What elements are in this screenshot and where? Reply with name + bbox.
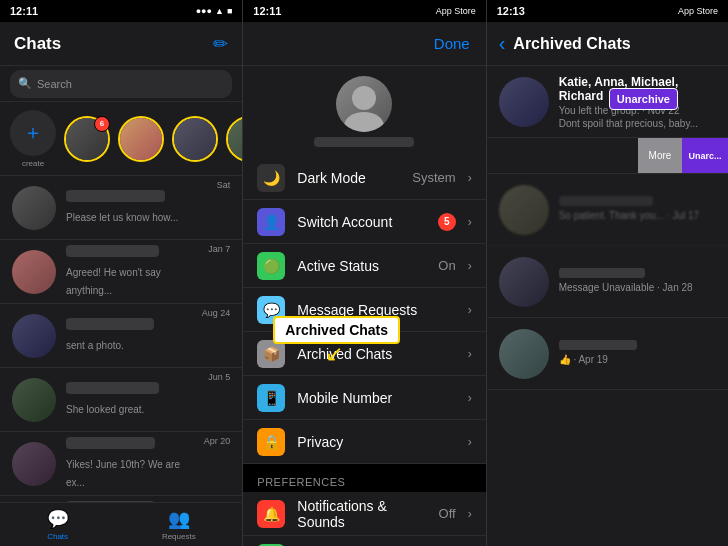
story-create[interactable]: ＋ create bbox=[10, 110, 56, 168]
story-3[interactable] bbox=[172, 116, 218, 162]
archived-sub-4: 👍 · Apr 19 bbox=[559, 354, 716, 365]
time-archived: 12:13 bbox=[497, 5, 525, 17]
edit-icon[interactable]: ✏ bbox=[213, 33, 228, 55]
done-button[interactable]: Done bbox=[434, 35, 470, 52]
switchaccount-label: Switch Account bbox=[297, 214, 425, 230]
search-bar[interactable]: 🔍 Search bbox=[0, 66, 242, 102]
chat-name-5 bbox=[66, 437, 155, 449]
panel-chats: 12:11 ●●● ▲ ■ Chats ✏ 🔍 Search ＋ create … bbox=[0, 0, 242, 546]
archived-info-4: 👍 · Apr 19 bbox=[559, 340, 716, 367]
chat-item-3[interactable]: sent a photo. Aug 24 bbox=[0, 304, 242, 368]
story-4[interactable] bbox=[226, 116, 242, 162]
avatar-svg bbox=[336, 76, 392, 132]
privacy-icon: 🔒 bbox=[257, 428, 285, 456]
chat-name-2 bbox=[66, 245, 159, 257]
search-magnifier-icon: 🔍 bbox=[18, 77, 32, 90]
panel-archived: 12:13 App Store ‹ Archived Chats Katie, … bbox=[487, 0, 728, 546]
activestatus-chevron-icon: › bbox=[468, 259, 472, 273]
chat-avatar-2 bbox=[12, 250, 56, 294]
swipe-unarchive-btn[interactable]: Unarc... bbox=[682, 138, 728, 173]
archived-item-3[interactable]: Message Unavailable · Jan 28 bbox=[487, 246, 728, 318]
archivedchats-chevron-icon: › bbox=[468, 347, 472, 361]
chat-msg-3: sent a photo. bbox=[66, 340, 124, 351]
time-settings: 12:11 bbox=[253, 5, 281, 17]
story-avatar-4[interactable] bbox=[226, 116, 242, 162]
archived-sub-3: Message Unavailable · Jan 28 bbox=[559, 282, 716, 293]
archived-header: ‹ Archived Chats bbox=[487, 22, 728, 66]
settings-header: Done bbox=[243, 22, 485, 66]
switchaccount-icon: 👤 bbox=[257, 208, 285, 236]
profile-avatar bbox=[336, 76, 392, 132]
chat-item-4[interactable]: She looked great. Jun 5 bbox=[0, 368, 242, 432]
chats-title: Chats bbox=[14, 34, 61, 54]
chat-time-1: Sat bbox=[217, 180, 231, 190]
notif-value: Off bbox=[439, 506, 456, 521]
settings-item-mobilenumber[interactable]: 📱 Mobile Number › bbox=[243, 376, 485, 420]
settings-item-darkmode[interactable]: 🌙 Dark Mode System › bbox=[243, 156, 485, 200]
avatar-inner-4 bbox=[228, 118, 242, 160]
settings-item-notif[interactable]: 🔔 Notifications & Sounds Off › bbox=[243, 492, 485, 536]
profile-name-bar bbox=[314, 137, 414, 147]
notif-icon: 🔔 bbox=[257, 500, 285, 528]
chat-msg-5: Yikes! June 10th? We are ex... bbox=[66, 459, 180, 488]
switchaccount-badge: 5 bbox=[438, 213, 456, 231]
chat-item-5[interactable]: Yikes! June 10th? We are ex... Apr 20 bbox=[0, 432, 242, 496]
status-bar-settings: 12:11 App Store bbox=[243, 0, 485, 22]
annotation-label: Archived Chats bbox=[273, 316, 400, 344]
activestatus-value: On bbox=[438, 258, 455, 273]
archived-item-4[interactable]: 👍 · Apr 19 bbox=[487, 318, 728, 390]
darkmode-icon: 🌙 bbox=[257, 164, 285, 192]
tab-chats[interactable]: 💬 Chats bbox=[47, 508, 69, 541]
chat-msg-4: She looked great. bbox=[66, 404, 144, 415]
bottom-bar-chats: 💬 Chats 👥 Requests bbox=[0, 502, 242, 546]
chat-item-2[interactable]: Agreed! He won't say anything... Jan 7 bbox=[0, 240, 242, 304]
settings-item-switchaccount[interactable]: 👤 Switch Account 5 › bbox=[243, 200, 485, 244]
plus-icon: ＋ bbox=[23, 119, 43, 146]
unarchive-annotation: Unarchive bbox=[609, 88, 678, 110]
archived-item-2[interactable]: So patient. Thank you... · Jul 17 bbox=[487, 174, 728, 246]
story-avatar-2[interactable] bbox=[118, 116, 164, 162]
profile-section bbox=[243, 66, 485, 156]
story-avatar-1[interactable]: 6 bbox=[64, 116, 110, 162]
chat-time-4: Jun 5 bbox=[208, 372, 230, 382]
swipe-spacer bbox=[487, 138, 638, 173]
chat-name-3 bbox=[66, 318, 154, 330]
appstore-label-settings: App Store bbox=[436, 6, 476, 16]
settings-item-privacy[interactable]: 🔒 Privacy › bbox=[243, 420, 485, 464]
chat-avatar-5 bbox=[12, 442, 56, 486]
chat-item-1[interactable]: Please let us know how... Sat bbox=[0, 176, 242, 240]
chat-msg-1: Please let us know how... bbox=[66, 212, 178, 223]
create-story-btn[interactable]: ＋ bbox=[10, 110, 56, 156]
search-input-wrapper[interactable]: 🔍 Search bbox=[10, 70, 232, 98]
story-1[interactable]: 6 bbox=[64, 116, 110, 162]
archived-avatar-4 bbox=[499, 329, 549, 379]
settings-item-activestatus[interactable]: 🟢 Active Status On › bbox=[243, 244, 485, 288]
chat-name-1 bbox=[66, 190, 165, 202]
tab-requests[interactable]: 👥 Requests bbox=[162, 508, 196, 541]
chat-avatar-4 bbox=[12, 378, 56, 422]
svg-point-0 bbox=[352, 86, 376, 110]
story-2[interactable] bbox=[118, 116, 164, 162]
chat-msg-2: Agreed! He won't say anything... bbox=[66, 267, 161, 296]
archived-info-2: So patient. Thank you... · Jul 17 bbox=[559, 196, 716, 223]
settings-item-contacts[interactable]: 👥 Phone Contacts › bbox=[243, 536, 485, 546]
swipe-more-btn[interactable]: More bbox=[638, 138, 682, 173]
archived-list: Katie, Anna, Michael, Richard You left t… bbox=[487, 66, 728, 546]
status-icons-archived: App Store bbox=[678, 6, 718, 16]
archived-item-1[interactable]: Katie, Anna, Michael, Richard You left t… bbox=[487, 66, 728, 138]
darkmode-label: Dark Mode bbox=[297, 170, 400, 186]
story-avatar-3[interactable] bbox=[172, 116, 218, 162]
mobilenumber-chevron-icon: › bbox=[468, 391, 472, 405]
archived-avatar-3 bbox=[499, 257, 549, 307]
create-label: create bbox=[22, 159, 44, 168]
chat-time-3: Aug 24 bbox=[202, 308, 231, 318]
stories-row: ＋ create 6 bbox=[0, 102, 242, 176]
archived-info-3: Message Unavailable · Jan 28 bbox=[559, 268, 716, 295]
back-button[interactable]: ‹ bbox=[499, 32, 506, 55]
archived-name-2 bbox=[559, 196, 653, 206]
darkmode-chevron-icon: › bbox=[468, 171, 472, 185]
switchaccount-chevron-icon: › bbox=[468, 215, 472, 229]
chat-name-4 bbox=[66, 382, 159, 394]
privacy-chevron-icon: › bbox=[468, 435, 472, 449]
svg-point-1 bbox=[344, 112, 384, 132]
